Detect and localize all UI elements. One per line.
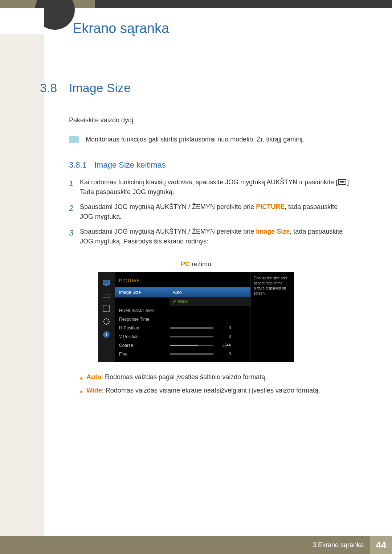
osd-slider	[170, 345, 213, 346]
osd-label: Response Time	[119, 316, 170, 323]
osd-value: Auto	[170, 288, 206, 296]
osd-label: Coarse	[119, 342, 170, 349]
bullet-text: Auto: Rodomas vaizdas pagal įvesties šal…	[86, 372, 267, 382]
osd-slider-value: 0	[216, 333, 231, 340]
page-content: 3.8 Image Size Pakeiskite vaizdo dydį. M…	[0, 39, 392, 395]
osd-slider-value: 0	[216, 351, 231, 357]
gear-icon	[102, 318, 111, 325]
section-title: Image Size	[69, 79, 131, 97]
footer-chapter: 3 Ekrano sąranka	[313, 536, 370, 554]
bullet-bold: Auto	[86, 373, 101, 381]
mode-suffix: režimu	[190, 260, 211, 268]
osd-slider-value: 1344	[216, 342, 231, 348]
note-text: Monitoriaus funkcijos gali skirtis prikl…	[86, 135, 304, 144]
osd-sidebar: i	[98, 272, 115, 362]
step-text: Kai rodomas funkcinių klavišų vadovas, s…	[80, 177, 352, 197]
mode-label: PC režimu	[40, 259, 352, 269]
subsection-title: Image Size keitimas	[94, 159, 166, 171]
bullet-dot-icon: ●	[80, 388, 86, 395]
step-2-a: Spausdami JOG mygtuką AUKŠTYN / ŽEMYN pe…	[80, 203, 256, 210]
menu-icon	[338, 179, 346, 185]
step-1: 1 Kai rodomas funkcinių klavišų vadovas,…	[69, 177, 352, 197]
osd-slider-value: 0	[216, 325, 231, 331]
bullet-dot-icon: ●	[80, 374, 86, 382]
osd-row-hdmi: HDMI Black Level	[115, 306, 250, 315]
osd-main: PICTURE Image Size Auto ✔Wide HDMI Black…	[115, 272, 250, 362]
step-3-a: Spausdami JOG mygtuką AUKŠTYN / ŽEMYN pe…	[80, 228, 256, 235]
osd-label: H-Position	[119, 325, 170, 331]
subsection-number: 3.8.1	[69, 159, 94, 171]
osd-help-text: Choose the size and aspect ratio of the …	[250, 272, 294, 362]
bullet-text: Wide: Rodomas vaizdas visame ekrane neat…	[86, 386, 320, 395]
osd-label: V-Position	[119, 333, 170, 340]
step-1-pre: Kai rodomas funkcinių klavišų vadovas, s…	[80, 178, 338, 186]
bullet-wide: ● Wide: Rodomas vaizdas visame ekrane ne…	[80, 386, 352, 395]
osd-label: HDMI Black Level	[119, 307, 170, 314]
osd-row-vpos: V-Position 0	[115, 332, 250, 341]
osd-slider	[170, 327, 213, 329]
bullet-rest: : Rodomas vaizdas pagal įvesties šaltini…	[101, 373, 267, 381]
step-number: 2	[69, 202, 80, 214]
note-icon	[69, 136, 79, 143]
osd-slider	[170, 353, 213, 355]
step-text: Spausdami JOG mygtuką AUKŠTYN / ŽEMYN pe…	[80, 202, 352, 222]
badge-bg-cover	[0, 8, 44, 34]
arrows-icon	[102, 305, 111, 312]
osd-option-label: Wide	[178, 299, 188, 304]
osd-dropdown: ✔Wide	[170, 297, 250, 306]
step-2: 2 Spausdami JOG mygtuką AUKŠTYN / ŽEMYN …	[69, 202, 352, 222]
osd-row-hpos: H-Position 0	[115, 324, 250, 332]
osd-row-coarse: Coarse 1344	[115, 341, 250, 350]
section-number: 3.8	[40, 79, 69, 97]
monitor-icon	[102, 279, 111, 286]
bullet-rest: : Rodomas vaizdas visame ekrane neatsižv…	[102, 387, 320, 394]
step-number: 1	[69, 177, 80, 189]
osd-row-fine: Fine 0	[115, 350, 250, 358]
step-2-bold: PICTURE	[256, 203, 285, 210]
step-3-bold: Image Size	[256, 228, 290, 235]
bullet-bold: Wide	[86, 387, 102, 394]
step-text: Spausdami JOG mygtuką AUKŠTYN / ŽEMYN pe…	[80, 227, 352, 246]
osd-screenshot: i PICTURE Image Size Auto ✔Wide HDMI Bla…	[40, 272, 352, 362]
note-row: Monitoriaus funkcijos gali skirtis prikl…	[69, 135, 352, 144]
bullet-auto: ● Auto: Rodomas vaizdas pagal įvesties š…	[80, 372, 352, 382]
intro-paragraph: Pakeiskite vaizdo dydį.	[69, 115, 352, 125]
osd-label: Image Size	[119, 289, 170, 296]
section-heading: 3.8 Image Size	[40, 79, 352, 97]
footer-page-number: 44	[370, 536, 392, 554]
osd-row-image-size: Image Size Auto	[115, 287, 250, 297]
osd-row-response: Response Time	[115, 315, 250, 324]
subsection-heading: 3.8.1 Image Size keitimas	[69, 159, 352, 171]
chapter-title: Ekrano sąranka	[73, 18, 392, 39]
lines-icon	[102, 292, 111, 299]
mode-prefix: PC	[181, 260, 190, 268]
page-footer: 3 Ekrano sąranka 44	[0, 536, 392, 554]
step-number: 3	[69, 227, 80, 239]
osd-panel: i PICTURE Image Size Auto ✔Wide HDMI Bla…	[98, 272, 294, 362]
info-icon: i	[102, 331, 111, 338]
osd-slider	[170, 336, 213, 337]
step-3: 3 Spausdami JOG mygtuką AUKŠTYN / ŽEMYN …	[69, 227, 352, 246]
footer-spacer	[0, 536, 313, 554]
bullet-list: ● Auto: Rodomas vaizdas pagal įvesties š…	[80, 372, 352, 395]
osd-header: PICTURE	[115, 276, 250, 287]
osd-label: Fine	[119, 351, 170, 357]
osd-option-wide: ✔Wide	[170, 297, 250, 305]
